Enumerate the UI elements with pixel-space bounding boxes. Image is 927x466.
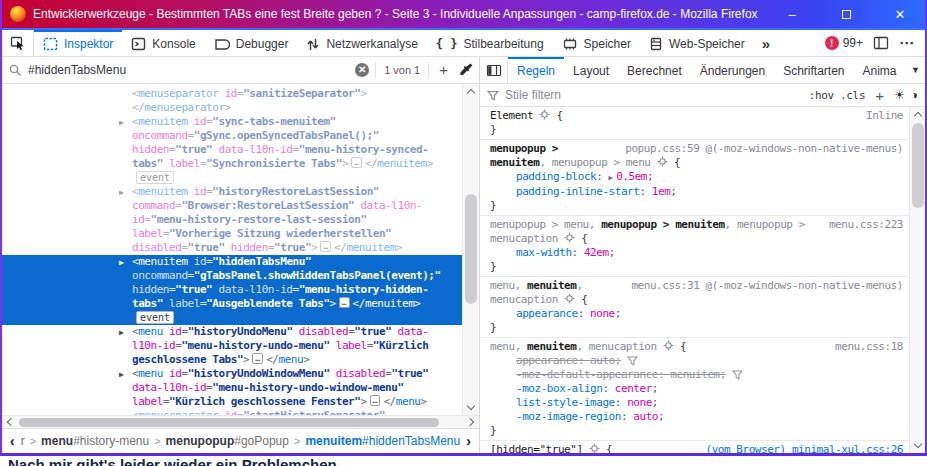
pseudo-class-button[interactable]: :hov: [809, 89, 834, 102]
search-input[interactable]: #hiddenTabsMenu: [28, 63, 349, 77]
property-name[interactable]: padding-block: [516, 170, 596, 183]
attr-value[interactable]: "sync-tabs-menuitem": [212, 115, 335, 128]
inline-children-ellipsis-badge[interactable]: …: [370, 395, 381, 406]
attr-value[interactable]: "historyUndoMenu": [188, 325, 293, 338]
markup-node-historyUndoWindowMenu[interactable]: ▶<menu id="historyUndoWindowMenu" disabl…: [2, 367, 462, 409]
property-value[interactable]: auto: [590, 354, 615, 367]
attr-value[interactable]: "Synchronisierte Tabs": [206, 157, 342, 170]
selector[interactable]: menupopup > menuitem: [601, 218, 724, 231]
inline-children-ellipsis-badge[interactable]: …: [252, 353, 263, 364]
dark-mode-sim-icon[interactable]: ◑: [911, 88, 918, 102]
highlight-matches-icon[interactable]: [657, 156, 668, 169]
add-rule-button[interactable]: +: [435, 61, 452, 78]
add-rule-button[interactable]: +: [871, 87, 888, 104]
meatball-menu-icon[interactable]: ⋯: [899, 34, 915, 52]
attr-value[interactable]: "hiddenTabsMenu": [212, 255, 311, 268]
selector[interactable]: Element: [490, 109, 533, 122]
property-value[interactable]: menuitem: [670, 368, 719, 381]
scroll-up-icon[interactable]: [910, 107, 925, 122]
attr-value[interactable]: "true": [354, 325, 391, 338]
markup-node-historyUndoMenu[interactable]: ▶<menu id="historyUndoMenu" disabled="tr…: [2, 325, 462, 367]
attr-value[interactable]: "menu-history-undo-menu": [181, 339, 329, 352]
attr-value[interactable]: "sanitizeSeparator": [243, 87, 360, 100]
attr-name[interactable]: data-l10n-id: [132, 381, 206, 394]
expand-arrow-icon[interactable]: ▶: [119, 116, 123, 130]
attr-name[interactable]: data-l10n-id: [218, 143, 292, 156]
property-name[interactable]: -moz-image-region: [516, 410, 621, 423]
attr-value[interactable]: "menu-history-undo-window-menu": [212, 381, 403, 394]
attr-value[interactable]: "menu-history-restore-last-session": [151, 213, 367, 226]
clear-search-icon[interactable]: ✕: [355, 63, 369, 77]
property-name[interactable]: -moz-box-align: [516, 382, 602, 395]
attr-value[interactable]: "gSync.openSyncedTabsPanel();": [194, 129, 379, 142]
highlight-matches-icon[interactable]: [564, 293, 575, 306]
attr-name[interactable]: label: [336, 339, 367, 352]
breadcrumb-back-icon[interactable]: ‹: [4, 433, 21, 449]
attr-name[interactable]: label: [169, 297, 200, 310]
event-badge[interactable]: event: [136, 171, 174, 184]
attr-name[interactable]: id: [194, 115, 206, 128]
rule-source-link[interactable]: popup.css:59 @(-moz-windows-non-native-m…: [625, 142, 903, 156]
highlight-matches-icon[interactable]: [663, 340, 674, 353]
selector[interactable]: menuitem: [527, 279, 576, 292]
attr-name[interactable]: oncommand: [132, 129, 188, 142]
css-declaration[interactable]: appearance: none;: [490, 307, 903, 321]
attr-name[interactable]: label: [132, 227, 163, 240]
all-tabs-caret-icon[interactable]: ▼: [910, 57, 925, 83]
attr-name[interactable]: data-l10n-id: [218, 283, 292, 296]
sidebar-tab-schriftarten[interactable]: Schriftarten: [774, 57, 853, 83]
filter-styles-input[interactable]: Stile filtern: [505, 88, 803, 102]
property-value[interactable]: 0.5em: [616, 170, 647, 183]
breadcrumb-forward-icon[interactable]: ›: [460, 433, 477, 449]
inline-children-ellipsis-badge[interactable]: …: [320, 241, 331, 252]
attr-name[interactable]: label: [132, 395, 163, 408]
attr-name[interactable]: oncommand: [132, 269, 188, 282]
dock-side-icon[interactable]: [873, 36, 889, 50]
css-declaration[interactable]: -moz-box-align: center;: [490, 382, 903, 396]
property-name[interactable]: list-style-image: [516, 396, 615, 409]
scrollbar-thumb[interactable]: [912, 123, 924, 208]
attr-value[interactable]: "Browser:RestoreLastSession": [181, 199, 354, 212]
attr-value[interactable]: "Ausgeblendete Tabs": [206, 297, 329, 310]
breadcrumb-item-menuitem[interactable]: menuitem#hiddenTabsMenu: [305, 434, 460, 448]
breadcrumb-item-menu[interactable]: menu#history-menu: [41, 434, 149, 448]
scroll-down-icon[interactable]: [463, 400, 479, 415]
class-toggle-button[interactable]: .cls: [840, 89, 865, 102]
tool-tab-web-speicher[interactable]: Web-Speicher: [640, 30, 754, 56]
inline-children-ellipsis-badge[interactable]: …: [339, 297, 350, 308]
property-name[interactable]: padding-inline-start: [516, 185, 639, 198]
more-tools-chevron[interactable]: »: [754, 30, 778, 56]
scroll-right-icon[interactable]: [464, 416, 479, 428]
attr-name[interactable]: id: [225, 87, 237, 100]
attr-value[interactable]: "gTabsPanel.showHiddenTabsPanel(event);": [194, 269, 441, 282]
title-bar[interactable]: Entwicklerwerkzeuge - Bestimmten TABs ei…: [2, 0, 925, 28]
search-bar[interactable]: #hiddenTabsMenu ✕ 1 von 1 +: [2, 57, 479, 84]
attr-name[interactable]: id: [169, 367, 181, 380]
sidebar-tab-regeln[interactable]: Regeln: [508, 57, 564, 83]
scroll-left-icon[interactable]: [2, 416, 17, 428]
maximize-button[interactable]: [839, 7, 853, 22]
property-value[interactable]: 42em: [584, 246, 609, 259]
rule-source-link[interactable]: menu.css:31 @(-moz-windows-non-native-me…: [631, 279, 903, 293]
event-badge[interactable]: event: [136, 311, 174, 324]
attr-name[interactable]: id: [194, 255, 206, 268]
css-declaration[interactable]: appearance: auto;: [490, 354, 903, 368]
property-value[interactable]: 1em: [652, 185, 671, 198]
property-value[interactable]: auto: [633, 410, 658, 423]
rule-source-link[interactable]: menu.css:18: [835, 340, 903, 354]
rule-source-link[interactable]: Inline: [866, 109, 903, 123]
attr-value[interactable]: "historyUndoWindowMenu": [188, 367, 330, 380]
attr-name[interactable]: disabled: [336, 367, 385, 380]
scrollbar-thumb[interactable]: [19, 418, 439, 427]
rules-vertical-scrollbar[interactable]: [909, 107, 925, 453]
attr-name[interactable]: disabled: [299, 325, 348, 338]
attr-name[interactable]: disabled: [132, 241, 181, 254]
tool-tab-debugger[interactable]: Debugger: [205, 30, 298, 56]
tool-tab-speicher[interactable]: Speicher: [553, 30, 640, 56]
sidebar-tab-anima[interactable]: Anima: [854, 57, 897, 83]
attr-value[interactable]: "Kürzlich geschlossene Fenster": [169, 395, 360, 408]
overridden-filter-icon[interactable]: [732, 368, 743, 381]
property-name[interactable]: appearance: [516, 354, 578, 367]
style-filter-bar[interactable]: Stile filtern :hov .cls + ☀ ◑: [480, 84, 925, 107]
breadcrumb-item-menupopup[interactable]: menupopup#goPopup: [166, 434, 289, 448]
